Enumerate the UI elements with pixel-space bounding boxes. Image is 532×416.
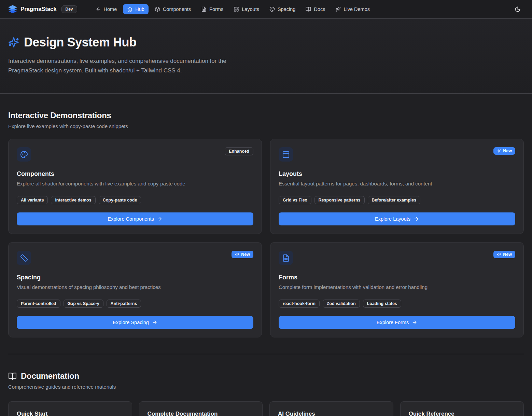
doc-title: AI Guidelines xyxy=(278,411,385,416)
nav-item-components[interactable]: Components xyxy=(151,4,195,14)
moon-icon xyxy=(515,6,521,12)
badge-label: New xyxy=(503,149,512,153)
arrow-right-icon xyxy=(152,320,157,325)
card-title: Spacing xyxy=(17,274,253,281)
arrow-right-icon xyxy=(157,216,163,222)
button-label: Explore Forms xyxy=(377,320,409,325)
documentation-heading-label: Documentation xyxy=(21,371,79,381)
demos-heading: Interactive Demonstrations xyxy=(8,111,524,120)
rocket-icon xyxy=(335,6,341,12)
badge-label: New xyxy=(241,252,250,257)
brand-name: PragmaStack xyxy=(20,6,57,13)
new-badge: New xyxy=(232,251,253,258)
top-navbar: PragmaStack Dev Home Hub Components Form xyxy=(0,0,532,19)
file-text-icon xyxy=(279,251,293,265)
sparkles-icon xyxy=(235,252,239,256)
arrow-right-icon xyxy=(414,216,419,222)
tag: Parent-controlled xyxy=(17,300,60,308)
tag: Copy-paste code xyxy=(99,196,141,204)
tag-row: Parent-controlled Gap vs Space-y Anti-pa… xyxy=(17,300,253,308)
tag: Interactive demos xyxy=(51,196,95,204)
main-nav: Home Hub Components Forms Layouts xyxy=(92,4,374,14)
tag: All variants xyxy=(17,196,48,204)
card-description: Complete form implementations with valid… xyxy=(279,284,515,290)
demo-card-forms: New Forms Complete form implementations … xyxy=(270,242,524,337)
panel-top-icon xyxy=(279,147,293,162)
demo-card-components: Enhanced Components Explore all shadcn/u… xyxy=(8,139,262,234)
new-badge: New xyxy=(493,147,515,155)
nav-label: Hub xyxy=(135,6,144,12)
tag: Before/after examples xyxy=(368,196,421,204)
nav-label: Layouts xyxy=(242,6,259,12)
tag: Grid vs Flex xyxy=(279,196,311,204)
nav-label: Home xyxy=(104,6,117,12)
doc-card-ai-guidelines[interactable]: AI Guidelines Rules for AI code generati… xyxy=(269,401,393,416)
page-description: Interactive demonstrations, live example… xyxy=(8,56,263,75)
demo-card-layouts: New Layouts Essential layout patterns fo… xyxy=(270,139,524,234)
doc-card-quick-start[interactable]: Quick Start 5-minute crash course xyxy=(8,401,132,416)
tag: Loading states xyxy=(363,300,401,308)
demo-card-grid: Enhanced Components Explore all shadcn/u… xyxy=(8,139,524,337)
badge-label: New xyxy=(503,252,512,257)
new-badge: New xyxy=(493,251,515,258)
demo-card-spacing: New Spacing Visual demonstrations of spa… xyxy=(8,242,262,337)
book-open-icon xyxy=(8,372,17,380)
card-description: Essential layout patterns for pages, das… xyxy=(279,181,515,186)
hero-section: Design System Hub Interactive demonstrat… xyxy=(0,19,532,94)
demos-subheading: Explore live examples with copy-paste co… xyxy=(8,123,524,129)
button-label: Explore Layouts xyxy=(375,216,410,222)
doc-title: Complete Documentation xyxy=(148,411,254,416)
env-badge: Dev xyxy=(61,5,77,13)
nav-item-hub[interactable]: Hub xyxy=(123,4,149,14)
nav-item-forms[interactable]: Forms xyxy=(197,4,227,14)
nav-label: Forms xyxy=(209,6,223,12)
tag-row: Grid vs Flex Responsive patterns Before/… xyxy=(279,196,515,204)
nav-item-home[interactable]: Home xyxy=(92,4,121,14)
tag: Responsive patterns xyxy=(314,196,365,204)
nav-item-live-demos[interactable]: Live Demos xyxy=(331,4,374,14)
box-icon xyxy=(155,6,160,12)
theme-toggle-button[interactable] xyxy=(512,3,524,15)
explore-layouts-button[interactable]: Explore Layouts xyxy=(279,212,515,225)
nav-label: Spacing xyxy=(278,6,295,12)
nav-item-layouts[interactable]: Layouts xyxy=(229,4,263,14)
book-open-icon xyxy=(306,6,311,12)
palette-icon xyxy=(269,6,275,12)
nav-item-docs[interactable]: Docs xyxy=(302,4,329,14)
enhanced-badge: Enhanced xyxy=(225,147,253,155)
sparkles-icon xyxy=(497,252,501,256)
tag: Gap vs Space-y xyxy=(64,300,103,308)
layers-icon xyxy=(8,5,17,14)
tag-row: All variants Interactive demos Copy-past… xyxy=(17,196,253,204)
arrow-left-icon xyxy=(96,6,101,12)
brand[interactable]: PragmaStack xyxy=(8,5,57,14)
tag-row: react-hook-form Zod validation Loading s… xyxy=(279,300,515,308)
doc-title: Quick Reference xyxy=(409,411,516,416)
tag: Zod validation xyxy=(323,300,360,308)
tag: Anti-patterns xyxy=(107,300,141,308)
card-description: Explore all shadcn/ui components with li… xyxy=(17,181,253,186)
documentation-subheading: Comprehensive guides and reference mater… xyxy=(8,384,524,390)
nav-label: Docs xyxy=(314,6,325,12)
doc-title: Quick Start xyxy=(17,411,124,416)
doc-card-complete-documentation[interactable]: Complete Documentation Full design syste… xyxy=(139,401,263,416)
explore-components-button[interactable]: Explore Components xyxy=(17,212,253,225)
explore-forms-button[interactable]: Explore Forms xyxy=(279,316,515,329)
card-description: Visual demonstrations of spacing philoso… xyxy=(17,284,253,290)
section-divider xyxy=(8,354,524,354)
nav-label: Live Demos xyxy=(344,6,370,12)
card-title: Components xyxy=(17,170,253,178)
nav-label: Components xyxy=(163,6,191,12)
arrow-right-icon xyxy=(412,320,417,325)
tag: react-hook-form xyxy=(279,300,320,308)
file-text-icon xyxy=(201,6,207,12)
nav-item-spacing[interactable]: Spacing xyxy=(265,4,299,14)
sparkles-icon xyxy=(497,149,501,153)
palette-icon xyxy=(17,147,31,162)
button-label: Explore Spacing xyxy=(113,320,149,325)
doc-card-quick-reference[interactable]: Quick Reference Cheat sheet for lookups xyxy=(400,401,524,416)
doc-card-grid: Quick Start 5-minute crash course Comple… xyxy=(8,401,524,416)
explore-spacing-button[interactable]: Explore Spacing xyxy=(17,316,253,329)
sparkles-icon xyxy=(8,37,19,48)
layout-dashboard-icon xyxy=(234,6,239,12)
